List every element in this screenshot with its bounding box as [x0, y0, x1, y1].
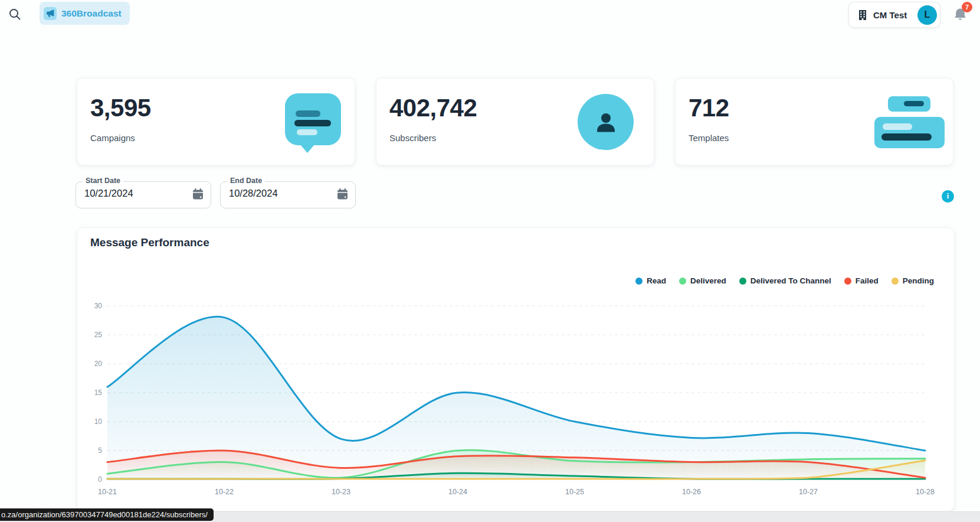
- svg-text:30: 30: [94, 302, 103, 310]
- stat-card-subscribers: 402,742 Subscribers: [376, 78, 654, 165]
- search-button[interactable]: [8, 8, 22, 22]
- stat-card-campaigns: 3,595 Campaigns: [77, 78, 355, 165]
- info-icon[interactable]: i: [942, 190, 954, 203]
- message-performance-chart[interactable]: 05101520253010-2110-2210-2310-2410-2510-…: [77, 228, 955, 505]
- templates-label: Templates: [689, 133, 729, 143]
- topbar: 360Broadcast CM Test L 7: [0, 0, 980, 28]
- avatar: L: [917, 5, 937, 25]
- brand-name: 360Broadcast: [61, 8, 122, 19]
- svg-text:10-23: 10-23: [332, 488, 350, 496]
- org-switcher-button[interactable]: CM Test L: [848, 2, 940, 28]
- templates-icon: [888, 96, 930, 112]
- subscribers-label: Subscribers: [389, 133, 436, 143]
- end-date-label: End Date: [227, 177, 265, 185]
- start-date-input[interactable]: [84, 188, 173, 199]
- dashboard-page: 360Broadcast CM Test L 7: [0, 0, 980, 522]
- svg-text:10-25: 10-25: [565, 488, 584, 496]
- status-url-bar: o.za/organization/639700347749ed00181de2…: [0, 508, 214, 521]
- templates-icon-body: [874, 117, 945, 148]
- notification-badge: 7: [962, 2, 972, 12]
- campaigns-label: Campaigns: [90, 133, 135, 143]
- org-name: CM Test: [873, 10, 907, 20]
- notifications-button[interactable]: 7: [951, 6, 969, 24]
- chat-bubble-icon: [285, 93, 341, 145]
- campaigns-count: 3,595: [90, 94, 151, 122]
- stat-card-templates: 712 Templates: [675, 78, 953, 165]
- megaphone-icon: [44, 7, 57, 20]
- svg-text:25: 25: [94, 331, 103, 339]
- calendar-icon: [192, 188, 204, 200]
- templates-count: 712: [689, 94, 729, 122]
- subscribers-count: 402,742: [389, 94, 477, 122]
- svg-text:10-21: 10-21: [98, 488, 117, 496]
- brand-pill[interactable]: 360Broadcast: [40, 2, 130, 25]
- svg-text:10-27: 10-27: [799, 488, 818, 496]
- svg-text:10-28: 10-28: [916, 488, 935, 496]
- svg-text:20: 20: [94, 360, 103, 368]
- end-date-field: End Date: [220, 181, 356, 208]
- svg-text:10-22: 10-22: [215, 488, 234, 496]
- building-icon: [857, 9, 868, 21]
- person-icon: [578, 94, 634, 150]
- end-date-calendar-button[interactable]: [335, 188, 349, 202]
- chat-bubble-tail: [300, 145, 314, 153]
- start-date-field: Start Date: [76, 181, 211, 208]
- message-performance-card: Message Performance ReadDeliveredDeliver…: [77, 227, 955, 511]
- svg-text:10-26: 10-26: [682, 488, 701, 496]
- end-date-input[interactable]: [229, 188, 317, 199]
- svg-text:0: 0: [98, 475, 102, 484]
- svg-text:15: 15: [94, 389, 103, 397]
- search-icon: [8, 8, 21, 21]
- start-date-label: Start Date: [83, 177, 123, 185]
- svg-text:10: 10: [94, 417, 103, 426]
- svg-text:5: 5: [98, 446, 102, 455]
- start-date-calendar-button[interactable]: [191, 188, 205, 202]
- calendar-icon: [336, 188, 349, 200]
- svg-text:10-24: 10-24: [448, 488, 467, 496]
